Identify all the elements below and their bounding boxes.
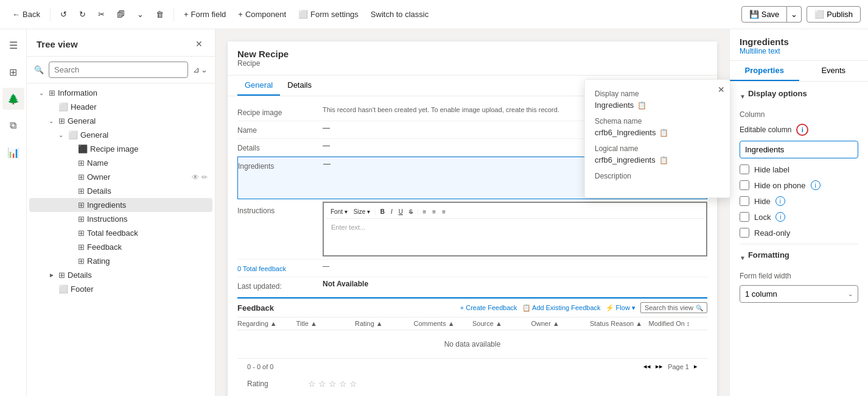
label-input[interactable] bbox=[740, 141, 858, 158]
read-only-row: Read-only bbox=[740, 228, 858, 238]
undo-button[interactable]: ↺ bbox=[55, 7, 72, 21]
tree-item-general-group[interactable]: ⌄ ⊞ General bbox=[29, 114, 212, 128]
underline-btn[interactable]: U bbox=[397, 208, 405, 216]
prev-page-btn[interactable]: ◂◂ bbox=[643, 362, 651, 370]
align-right-btn[interactable]: ≡ bbox=[440, 208, 447, 216]
copy-logical-name-icon[interactable]: 📋 bbox=[659, 156, 668, 164]
popup-display-name-value: Ingredients 📋 bbox=[595, 101, 720, 110]
hide-checkbox[interactable] bbox=[740, 196, 749, 206]
next-page-btn[interactable]: ▸▸ bbox=[656, 362, 663, 370]
publish-button[interactable]: ⬜ Publish bbox=[807, 6, 861, 23]
column-row: Column Editable column i bbox=[740, 110, 858, 136]
copy-display-name-icon[interactable]: 📋 bbox=[637, 101, 646, 110]
next-page-arrow[interactable]: ▸ bbox=[694, 362, 698, 370]
lock-checkbox[interactable] bbox=[740, 212, 749, 222]
read-only-checkbox[interactable] bbox=[740, 228, 749, 238]
popup-logical-name-value: crfb6_ingredients 📋 bbox=[595, 155, 720, 164]
column-value-row: Editable column i bbox=[740, 124, 858, 136]
hide-text: Hide bbox=[754, 197, 771, 206]
tab-properties[interactable]: Properties bbox=[730, 61, 799, 81]
tab-details[interactable]: Details bbox=[280, 76, 319, 96]
total-feedback-dash: — bbox=[323, 262, 329, 269]
props-content: ▼ Display options Column Editable column… bbox=[730, 82, 868, 396]
switch-classic-button[interactable]: Switch to classic bbox=[366, 7, 433, 21]
redo-button[interactable]: ↻ bbox=[74, 7, 91, 21]
tree-item-owner[interactable]: ⊞ Owner 👁 ✏ bbox=[29, 170, 212, 184]
component-button[interactable]: + Component bbox=[233, 7, 291, 21]
tree-item-instructions[interactable]: ⊞ Instructions bbox=[29, 212, 212, 226]
rating-label: Rating bbox=[247, 380, 308, 388]
align-left-btn[interactable]: ≡ bbox=[421, 208, 429, 216]
subgrid-search: Search this view 🔍 bbox=[640, 302, 707, 313]
copy-button[interactable]: 🗐 bbox=[112, 7, 130, 21]
delete-button[interactable]: 🗑 bbox=[151, 7, 169, 21]
data-icon-button[interactable]: 📊 bbox=[2, 141, 24, 163]
instructions-toolbar: Font ▾ Size ▾ | B I U S̶ | ≡ ≡ ≡ bbox=[326, 205, 704, 219]
instructions-editor[interactable]: Font ▾ Size ▾ | B I U S̶ | ≡ ≡ ≡ En bbox=[323, 202, 707, 256]
tree-item-recipe-image[interactable]: ⬛ Recipe image bbox=[29, 142, 212, 156]
copy-icon: 🗐 bbox=[117, 10, 125, 19]
col-modified-on: Modified On ↕ bbox=[649, 320, 708, 327]
size-dropdown[interactable]: Size ▾ bbox=[352, 208, 372, 216]
group-icon-4: ⊞ bbox=[58, 270, 65, 280]
editable-column-label: Editable column bbox=[740, 126, 791, 134]
flow-btn[interactable]: ⚡ Flow ▾ bbox=[606, 302, 635, 313]
tree-item-total-feedback[interactable]: ⊞ Total feedback bbox=[29, 226, 212, 240]
col-source: Source ▲ bbox=[472, 320, 531, 327]
form-settings-button[interactable]: ⬜ Form settings bbox=[293, 7, 363, 21]
create-feedback-btn[interactable]: + Create Feedback bbox=[460, 302, 517, 313]
back-button[interactable]: ← Back bbox=[7, 7, 45, 21]
lock-info-icon[interactable]: i bbox=[775, 212, 785, 222]
display-options-header[interactable]: ▼ Display options bbox=[740, 89, 858, 104]
tree-item-footer[interactable]: ⬜ Footer bbox=[29, 282, 212, 296]
save-dropdown-button[interactable]: ⌄ bbox=[787, 6, 802, 23]
tab-general[interactable]: General bbox=[237, 76, 280, 96]
tree-icon-button[interactable]: 🌲 bbox=[2, 88, 24, 110]
pages-icon-button[interactable]: ⊞ bbox=[2, 61, 24, 83]
bold-btn[interactable]: B bbox=[379, 208, 387, 216]
strikethrough-btn[interactable]: S̶ bbox=[407, 208, 415, 216]
layers-icon-button[interactable]: ⧉ bbox=[2, 115, 24, 136]
more-button[interactable]: ⌄ bbox=[132, 7, 149, 21]
search-input[interactable] bbox=[49, 62, 188, 78]
tree-item-header[interactable]: ⬜ Header bbox=[29, 100, 212, 114]
tree-item-feedback[interactable]: ⊞ Feedback bbox=[29, 240, 212, 254]
cut-button[interactable]: ✂ bbox=[93, 7, 110, 21]
save-button-group: 💾 Save ⌄ bbox=[741, 6, 802, 23]
tree-item-general-sub[interactable]: ⌄ ⬜ General bbox=[29, 128, 212, 142]
filter-button[interactable]: ⊿ ⌄ bbox=[193, 65, 208, 74]
tab-events[interactable]: Events bbox=[799, 61, 869, 81]
form-field-width-dropdown[interactable]: 1 column ⌄ bbox=[740, 285, 858, 303]
expand-icon-4: ► bbox=[49, 272, 56, 278]
name-label: Name bbox=[237, 124, 323, 135]
tree-item-information[interactable]: ⌄ ⊞ Information bbox=[29, 86, 212, 100]
formatting-header[interactable]: ▼ Formatting bbox=[740, 250, 858, 266]
tree-item-details-field[interactable]: ⊞ Details bbox=[29, 184, 212, 198]
copy-schema-name-icon[interactable]: 📋 bbox=[659, 129, 668, 137]
save-dropdown-arrow-icon: ⌄ bbox=[791, 10, 797, 19]
hide-phone-info-icon[interactable]: i bbox=[811, 180, 821, 190]
tree-item-details-section[interactable]: ► ⊞ Details bbox=[29, 268, 212, 282]
font-dropdown[interactable]: Font ▾ bbox=[329, 208, 349, 216]
hide-label-checkbox[interactable] bbox=[740, 164, 749, 174]
popup-close-button[interactable]: ✕ bbox=[718, 85, 725, 94]
add-existing-btn[interactable]: 📋 Add Existing Feedback bbox=[522, 302, 601, 313]
menu-icon-button[interactable]: ☰ bbox=[2, 34, 24, 56]
group-icon: ⊞ bbox=[49, 88, 55, 97]
hide-phone-checkbox[interactable] bbox=[740, 180, 749, 190]
tree-item-name[interactable]: ⊞ Name bbox=[29, 156, 212, 170]
hide-info-icon[interactable]: i bbox=[775, 196, 785, 206]
tree-close-button[interactable]: ✕ bbox=[193, 37, 205, 51]
align-center-btn[interactable]: ≡ bbox=[430, 208, 438, 216]
no-data-message: No data available bbox=[237, 330, 707, 358]
tree-item-rating[interactable]: ⊞ Rating bbox=[29, 254, 212, 268]
column-label: Column bbox=[740, 110, 858, 119]
star-2: ☆ bbox=[318, 379, 326, 389]
hide-label-row: Hide label bbox=[740, 164, 858, 174]
save-button[interactable]: 💾 Save bbox=[741, 6, 788, 23]
form-field-button[interactable]: + Form field bbox=[179, 7, 231, 21]
italic-btn[interactable]: I bbox=[389, 208, 394, 216]
tree-item-ingredients[interactable]: ⊞ Ingredients bbox=[29, 198, 212, 212]
column-info-icon[interactable]: i bbox=[796, 124, 808, 136]
instructions-placeholder: Enter text... bbox=[326, 219, 704, 236]
